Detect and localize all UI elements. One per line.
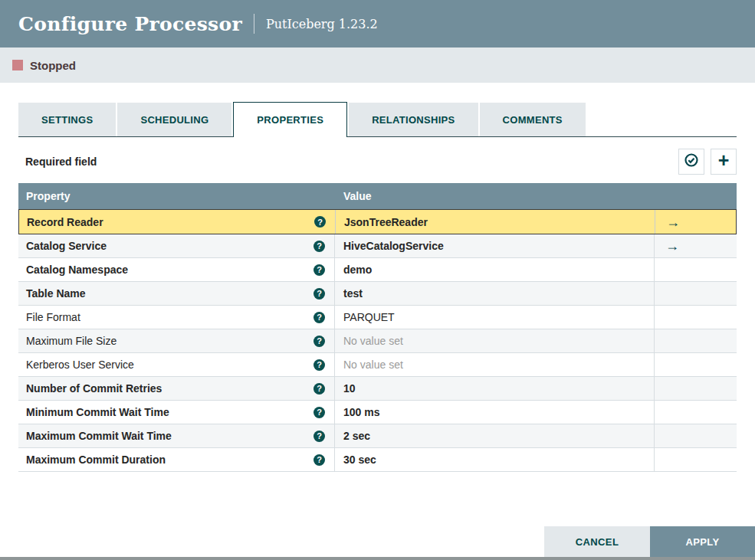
value-cell[interactable]: demo (335, 258, 655, 281)
help-icon[interactable]: ? (313, 407, 325, 418)
link-cell (655, 353, 737, 376)
help-icon[interactable]: ? (314, 216, 326, 228)
property-value: 30 sec (343, 454, 376, 466)
property-cell: Maximum Commit Duration ? (18, 448, 335, 471)
table-row[interactable]: Minimum Commit Wait Time ? 100 ms (18, 401, 737, 424)
table-row[interactable]: Number of Commit Retries ? 10 (18, 377, 737, 401)
link-cell (655, 448, 737, 471)
property-value: No value set (343, 335, 403, 347)
title-divider (254, 14, 254, 34)
cancel-button[interactable]: CANCEL (544, 526, 650, 557)
tab-properties[interactable]: PROPERTIES (233, 102, 347, 137)
apply-button[interactable]: APPLY (650, 526, 755, 557)
value-cell[interactable]: 100 ms (335, 401, 655, 424)
help-icon[interactable]: ? (313, 431, 325, 442)
tab-settings[interactable]: SETTINGS (18, 103, 116, 136)
tab-comments[interactable]: COMMENTS (480, 103, 586, 136)
help-icon[interactable]: ? (313, 336, 325, 347)
property-value: 10 (343, 382, 356, 395)
property-value: HiveCatalogService (343, 240, 444, 252)
property-name: Catalog Service (26, 240, 107, 252)
status-bar: Stopped (0, 47, 755, 83)
table-row[interactable]: Catalog Namespace ? demo (18, 258, 737, 282)
property-name: Table Name (26, 287, 86, 300)
value-cell[interactable]: JsonTreeReader (336, 210, 655, 234)
table-header: Property Value (18, 183, 737, 209)
add-property-button[interactable]: + (711, 149, 737, 175)
verify-properties-button[interactable] (678, 149, 704, 175)
property-name: Number of Commit Retries (26, 382, 162, 395)
footer-buttons: CANCEL APPLY (544, 526, 755, 557)
help-icon[interactable]: ? (313, 288, 325, 300)
property-value: 100 ms (343, 406, 379, 418)
property-cell: Maximum Commit Wait Time ? (18, 424, 335, 447)
property-value: JsonTreeReader (344, 216, 428, 228)
table-row[interactable]: Catalog Service ? HiveCatalogService → (18, 234, 737, 258)
property-value: test (343, 287, 363, 300)
plus-icon: + (718, 151, 730, 170)
help-icon[interactable]: ? (313, 454, 325, 466)
property-name: Maximum Commit Duration (26, 454, 166, 466)
check-circle-icon (684, 152, 699, 171)
status-label: Stopped (30, 59, 76, 72)
property-name: Kerberos User Service (26, 359, 134, 371)
go-to-service-icon[interactable]: → (666, 215, 680, 229)
property-name: Maximum Commit Wait Time (26, 430, 172, 442)
required-field-label: Required field (18, 156, 97, 168)
value-cell[interactable]: HiveCatalogService (335, 234, 655, 257)
table-row[interactable]: Maximum Commit Duration ? 30 sec (18, 448, 737, 472)
toolbar-buttons: + (678, 149, 737, 175)
property-name: Maximum File Size (26, 335, 117, 347)
value-cell[interactable]: PARQUET (335, 306, 655, 329)
property-cell: Catalog Service ? (18, 234, 335, 257)
link-cell (655, 377, 737, 400)
table-row[interactable]: Kerberos User Service ? No value set (18, 353, 737, 377)
help-icon[interactable]: ? (313, 241, 325, 252)
properties-table-body: Record Reader ? JsonTreeReader → Catalog… (18, 209, 737, 472)
value-cell[interactable]: No value set (335, 353, 655, 376)
property-cell: Maximum File Size ? (18, 329, 335, 352)
tab-relationships[interactable]: RELATIONSHIPS (349, 103, 478, 136)
property-value: 2 sec (343, 430, 370, 442)
value-cell[interactable]: 2 sec (335, 424, 655, 447)
table-row[interactable]: File Format ? PARQUET (18, 306, 737, 329)
column-header-value: Value (335, 190, 737, 202)
properties-toolbar: Required field + (18, 149, 737, 175)
value-cell[interactable]: No value set (335, 329, 655, 352)
help-icon[interactable]: ? (313, 383, 325, 395)
tab-scheduling[interactable]: SCHEDULING (117, 103, 231, 136)
table-row[interactable]: Maximum File Size ? No value set (18, 329, 737, 353)
stopped-status-icon (12, 60, 23, 70)
property-cell: File Format ? (18, 306, 335, 329)
column-header-property: Property (18, 190, 335, 202)
link-cell (655, 306, 737, 329)
property-name: Minimum Commit Wait Time (26, 406, 169, 418)
go-to-service-icon[interactable]: → (665, 239, 679, 253)
link-cell (655, 401, 737, 424)
dialog-bottom-edge (0, 557, 755, 560)
property-cell: Number of Commit Retries ? (18, 377, 335, 400)
help-icon[interactable]: ? (313, 359, 325, 371)
property-name: File Format (26, 311, 80, 323)
tab-bar: SETTINGSSCHEDULINGPROPERTIESRELATIONSHIP… (18, 102, 737, 137)
processor-name-version: PutIceberg 1.23.2 (266, 17, 378, 31)
value-cell[interactable]: 10 (335, 377, 655, 400)
property-value: No value set (343, 359, 403, 371)
table-row[interactable]: Table Name ? test (18, 282, 737, 306)
help-icon[interactable]: ? (313, 264, 325, 276)
link-cell (655, 258, 737, 281)
link-cell: → (655, 234, 737, 257)
property-cell: Record Reader ? (19, 210, 336, 234)
value-cell[interactable]: test (335, 282, 655, 305)
link-cell (655, 424, 737, 447)
property-cell: Table Name ? (18, 282, 335, 305)
value-cell[interactable]: 30 sec (335, 448, 655, 471)
property-cell: Kerberos User Service ? (18, 353, 335, 376)
table-row[interactable]: Maximum Commit Wait Time ? 2 sec (18, 424, 737, 448)
property-value: demo (343, 264, 372, 276)
property-name: Catalog Namespace (26, 264, 128, 276)
dialog-header: Configure Processor PutIceberg 1.23.2 (0, 0, 755, 47)
help-icon[interactable]: ? (313, 312, 325, 323)
dialog-title: Configure Processor (18, 13, 242, 35)
table-row[interactable]: Record Reader ? JsonTreeReader → (18, 209, 737, 234)
